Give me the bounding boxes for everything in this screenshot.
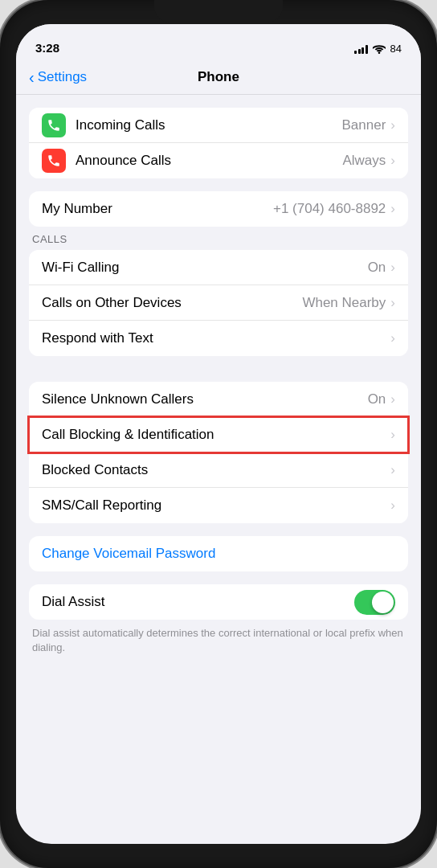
my-number-chevron: › (390, 201, 395, 217)
status-time: 3:28 (35, 41, 59, 55)
incoming-calls-row[interactable]: Incoming Calls Banner › (29, 108, 408, 143)
calls-group-label: CALLS (16, 227, 421, 250)
silence-unknown-value: On (368, 391, 386, 407)
caller-card: Silence Unknown Callers On › Call Blocki… (29, 382, 408, 523)
call-blocking-label: Call Blocking & Identification (42, 427, 390, 443)
respond-with-text-row[interactable]: Respond with Text › (29, 321, 408, 356)
incoming-calls-chevron: › (390, 117, 395, 133)
respond-with-text-chevron: › (390, 330, 395, 346)
respond-with-text-label: Respond with Text (42, 330, 390, 346)
change-voicemail-password-button[interactable]: Change Voicemail Password (42, 546, 215, 562)
sms-call-reporting-chevron: › (390, 497, 395, 514)
incoming-calls-icon (42, 113, 66, 137)
signal-icon (354, 44, 368, 54)
wifi-icon (373, 44, 386, 54)
call-blocking-chevron: › (390, 427, 395, 443)
screen: 3:28 84 ‹ (16, 24, 421, 844)
call-blocking-row[interactable]: Call Blocking & Identification › (29, 417, 408, 452)
calls-other-devices-label: Calls on Other Devices (42, 295, 302, 311)
announce-calls-label: Announce Calls (76, 153, 342, 169)
my-number-value: +1 (704) 460-8892 (273, 201, 386, 217)
spacer-4 (16, 571, 421, 584)
bottom-spacer (16, 661, 421, 674)
blocked-contacts-chevron: › (390, 462, 395, 478)
announce-calls-chevron: › (390, 153, 395, 169)
status-icons: 84 (354, 43, 402, 55)
silence-unknown-chevron: › (390, 391, 395, 407)
incoming-calls-value: Banner (342, 117, 386, 133)
notch (154, 0, 283, 23)
wifi-calling-row[interactable]: Wi-Fi Calling On › (29, 250, 408, 285)
blocked-contacts-label: Blocked Contacts (42, 462, 390, 478)
announce-calls-value: Always (342, 153, 386, 169)
my-number-card: My Number +1 (704) 460-8892 › (29, 191, 408, 227)
back-button[interactable]: ‹ Settings (29, 69, 87, 85)
sms-call-reporting-label: SMS/Call Reporting (42, 497, 390, 514)
wifi-calling-label: Wi-Fi Calling (42, 260, 368, 276)
spacer-1 (16, 178, 421, 191)
dial-assist-toggle[interactable] (354, 590, 395, 615)
top-spacer (16, 95, 421, 108)
wifi-calling-chevron: › (390, 260, 395, 276)
battery-indicator: 84 (390, 43, 402, 55)
nav-title: Phone (198, 69, 239, 85)
spacer-3 (16, 523, 421, 536)
calls-other-devices-value: When Nearby (302, 295, 386, 311)
voicemail-password-row[interactable]: Change Voicemail Password (29, 536, 408, 571)
announce-calls-row[interactable]: Announce Calls Always › (29, 143, 408, 178)
status-bar: 3:28 84 (16, 24, 421, 59)
nav-bar: ‹ Settings Phone (16, 59, 421, 95)
announce-calls-icon (42, 149, 66, 173)
my-number-label: My Number (42, 201, 273, 217)
calls-card: Wi-Fi Calling On › Calls on Other Device… (29, 250, 408, 356)
spacer-2 (16, 369, 421, 382)
calls-group: CALLS Wi-Fi Calling On › Calls on Other … (16, 227, 421, 356)
phone-frame: 3:28 84 ‹ (0, 0, 437, 868)
content-area: Incoming Calls Banner › Announce Calls A… (16, 95, 421, 844)
dial-assist-footer: Dial assist automatically determines the… (16, 620, 421, 661)
blocked-contacts-row[interactable]: Blocked Contacts › (29, 452, 408, 488)
calls-other-devices-chevron: › (390, 295, 395, 311)
top-rows-card: Incoming Calls Banner › Announce Calls A… (29, 108, 408, 178)
dial-assist-row[interactable]: Dial Assist (29, 584, 408, 620)
toggle-knob (372, 592, 394, 613)
wifi-calling-value: On (368, 260, 386, 276)
voicemail-card: Change Voicemail Password (29, 536, 408, 571)
dial-assist-label: Dial Assist (42, 594, 354, 610)
back-label: Settings (38, 69, 87, 85)
incoming-calls-label: Incoming Calls (76, 117, 342, 133)
dial-assist-card: Dial Assist (29, 584, 408, 620)
back-chevron-icon: ‹ (29, 69, 35, 85)
my-number-row[interactable]: My Number +1 (704) 460-8892 › (29, 191, 408, 227)
silence-unknown-row[interactable]: Silence Unknown Callers On › (29, 382, 408, 417)
calls-other-devices-row[interactable]: Calls on Other Devices When Nearby › (29, 285, 408, 321)
sms-call-reporting-row[interactable]: SMS/Call Reporting › (29, 488, 408, 523)
silence-unknown-label: Silence Unknown Callers (42, 391, 368, 407)
